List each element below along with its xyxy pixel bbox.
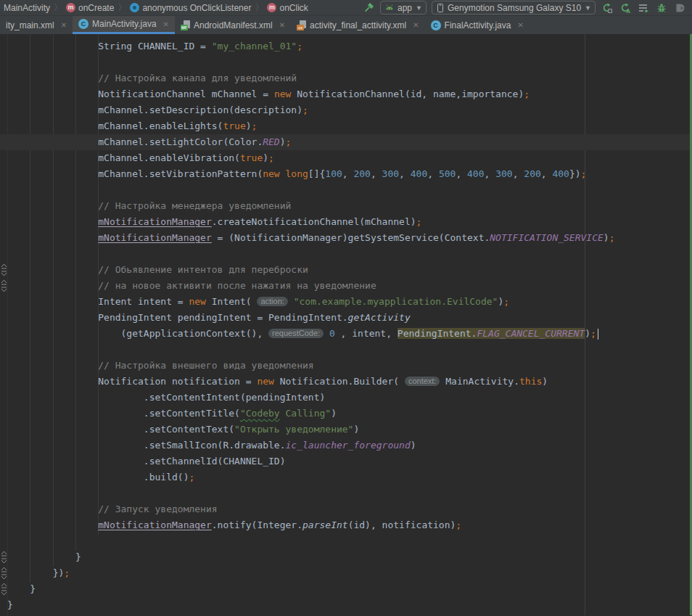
method-icon: m: [66, 3, 75, 12]
navigation-bar: MainActivity〉monCreate〉anonymous OnClick…: [0, 0, 692, 16]
code-line[interactable]: NotificationChannel mChannel = new Notif…: [7, 86, 692, 102]
code-token: ;: [503, 296, 509, 307]
device-dropdown[interactable]: Genymotion Samsung Galaxy S10 ▼: [432, 1, 596, 15]
code-line[interactable]: }: [7, 597, 692, 613]
run-config-label: app: [398, 3, 412, 13]
code-line[interactable]: [7, 54, 692, 70]
code-line[interactable]: PendingIntent pendingIntent = PendingInt…: [7, 310, 692, 326]
code-line[interactable]: // Настройка внешнего вида уведомления: [7, 358, 692, 374]
code-line[interactable]: Notification notification = new Notifica…: [7, 374, 692, 390]
attach-profiler-icon[interactable]: [673, 1, 686, 15]
code-line[interactable]: mChannel.enableVibration(true);: [7, 150, 692, 166]
breadcrumb-separator: 〉: [252, 1, 265, 14]
close-tab-icon[interactable]: ✕: [517, 21, 523, 29]
code-token: ): [280, 136, 286, 147]
code-line[interactable]: .setContentTitle("Codeby Calling"): [7, 406, 692, 422]
code-token: Notification.Builder(: [280, 376, 405, 387]
code-token: 200: [353, 168, 370, 179]
breadcrumb-item-anonymous-onclicklistener[interactable]: anonymous OnClickListener: [128, 3, 252, 13]
code-line[interactable]: // Обьявление интентов для переброски: [7, 262, 692, 278]
apply-code-changes-icon[interactable]: A: [619, 1, 632, 15]
tab-label: MainActivity.java: [92, 19, 156, 29]
code-line[interactable]: (getApplicationContext(), requestCode: 0…: [7, 326, 692, 342]
code-editor[interactable]: String CHANNEL_ID = "my_channel_01"; // …: [0, 34, 692, 615]
code-token: ;: [268, 152, 274, 163]
android-studio-window: MainActivity〉monCreate〉anonymous OnClick…: [0, 0, 692, 616]
code-line[interactable]: Intent intent = new Intent( action: "com…: [7, 294, 692, 310]
tab-mainactivity.java[interactable]: CMainActivity.java✕: [73, 16, 175, 34]
code-line[interactable]: mNotificationManager.notify(Integer.pars…: [7, 517, 692, 533]
breadcrumb-item-onclick[interactable]: monClick: [265, 3, 309, 13]
breadcrumb-label: MainActivity: [4, 3, 50, 13]
code-line[interactable]: mChannel.setVibrationPattern(new long[]{…: [7, 166, 692, 182]
code-token: 300: [382, 168, 399, 179]
code-line[interactable]: mNotificationManager.createNotificationC…: [7, 214, 692, 230]
close-tab-icon[interactable]: ✕: [413, 21, 419, 29]
code-token: ,: [485, 168, 496, 179]
tab-androidmanifest.xml[interactable]: MFAndroidManifest.xml✕: [175, 16, 291, 34]
code-token: mChannel.enableVibration(: [98, 152, 240, 163]
fold-marker-icon[interactable]: [1, 263, 7, 277]
code-text[interactable]: String CHANNEL_ID = "my_channel_01"; // …: [7, 38, 692, 613]
fold-marker-icon[interactable]: [1, 582, 7, 596]
code-line[interactable]: mChannel.setLightColor(Color.RED);: [7, 134, 692, 150]
code-token: new: [263, 168, 279, 179]
profiler-icon[interactable]: [637, 1, 650, 15]
code-token: }): [569, 168, 581, 179]
code-token: "my_channel_01": [212, 41, 297, 52]
code-line[interactable]: [7, 342, 692, 358]
breadcrumb-item-oncreate[interactable]: monCreate: [65, 3, 115, 13]
code-token: mNotificationManager: [98, 520, 212, 530]
code-token: ic_launcher_foreground: [286, 440, 411, 451]
code-line[interactable]: [7, 485, 692, 501]
close-tab-icon[interactable]: ✕: [61, 21, 67, 29]
android-icon: [384, 3, 395, 13]
code-line[interactable]: // Запуск уведомления: [7, 501, 692, 517]
code-line[interactable]: .setSmallIcon(R.drawable.ic_launcher_for…: [7, 438, 692, 453]
rerun-activity-icon[interactable]: [601, 1, 614, 15]
code-token: .createNotificationChannel(mChannel): [212, 216, 416, 227]
code-token: ;: [581, 168, 587, 179]
run-config-dropdown[interactable]: app ▼: [380, 1, 427, 15]
fold-marker-icon[interactable]: [1, 279, 7, 293]
tab-label: ity_main.xml: [6, 20, 54, 30]
code-line[interactable]: });: [7, 565, 692, 581]
code-line[interactable]: }: [7, 581, 692, 597]
code-line[interactable]: [7, 182, 692, 198]
close-tab-icon[interactable]: ✕: [163, 20, 169, 28]
build-hammer-icon[interactable]: [362, 1, 375, 15]
code-token: RED: [263, 136, 279, 147]
code-token: NotificationChannel(id, name,importance): [297, 89, 524, 99]
code-line[interactable]: .setChannelId(CHANNEL_ID): [7, 453, 692, 469]
code-line[interactable]: .build();: [7, 469, 692, 485]
chevron-down-icon: ▼: [416, 4, 422, 12]
code-token: new: [257, 376, 279, 387]
code-line[interactable]: }: [7, 549, 692, 565]
code-line[interactable]: mChannel.enableLights(true);: [7, 118, 692, 134]
fold-marker-icon[interactable]: [1, 566, 7, 580]
code-line[interactable]: mChannel.setDescription(description);: [7, 102, 692, 118]
tab-finalacttivity.java[interactable]: CFinalActtivity.java✕: [425, 16, 530, 34]
code-line[interactable]: // Настройка менеджера уведомлений: [7, 198, 692, 214]
code-line[interactable]: String CHANNEL_ID = "my_channel_01";: [7, 38, 692, 54]
breadcrumb-label: onCreate: [78, 3, 114, 13]
code-token: mChannel.setLightColor(Color.: [98, 136, 263, 147]
tab-ity_main.xml[interactable]: ity_main.xml✕: [0, 16, 73, 34]
breadcrumb-item-mainactivity[interactable]: MainActivity: [2, 3, 52, 13]
code-token: }: [75, 551, 81, 562]
code-line[interactable]: .setContentIntent(pendingIntent): [7, 390, 692, 406]
code-token: .build(): [144, 472, 189, 482]
java-class-icon: C: [78, 19, 88, 29]
code-line[interactable]: [7, 246, 692, 262]
code-token: ,: [342, 168, 354, 179]
close-tab-icon[interactable]: ✕: [279, 21, 285, 29]
code-line[interactable]: .setContentText("Открыть уведомление"): [7, 422, 692, 438]
code-line[interactable]: // Настройка канала для уведомлений: [7, 70, 692, 86]
debug-bug-icon[interactable]: [655, 1, 668, 15]
tab-activity_final_acttivity.xml[interactable]: cxactivity_final_acttivity.xml✕: [291, 16, 425, 34]
code-token: ;: [590, 328, 596, 339]
code-line[interactable]: mNotificationManager = (NotificationMana…: [7, 230, 692, 246]
fold-marker-icon[interactable]: [1, 550, 7, 564]
code-line[interactable]: // на новое активити после нажатия на ув…: [7, 278, 692, 294]
code-line[interactable]: [7, 533, 692, 549]
